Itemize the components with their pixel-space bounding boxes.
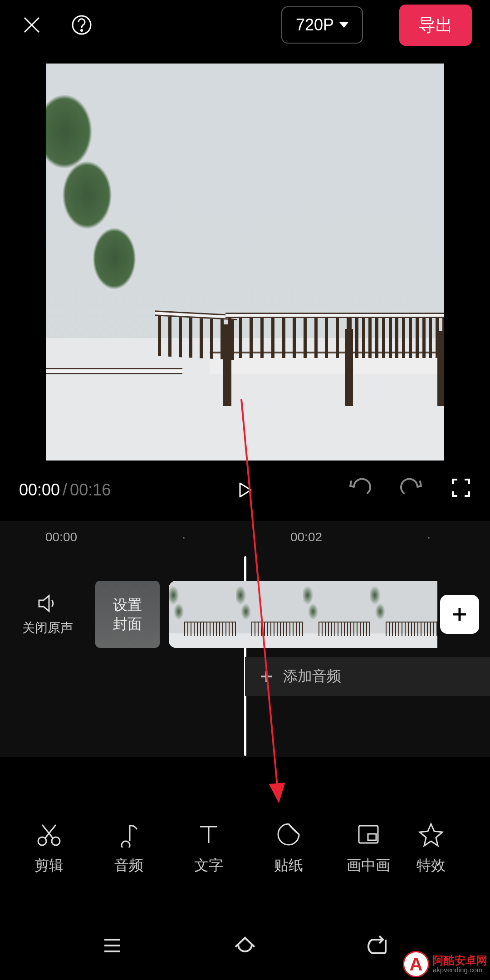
timeline[interactable]: 00:00 · 00:02 · 关闭原声 设置封面 添加音频: [0, 521, 490, 757]
tool-sticker[interactable]: 贴纸: [249, 808, 328, 889]
music-note-icon: [116, 821, 142, 848]
tool-pip[interactable]: 画中画: [328, 808, 408, 889]
mute-original-button[interactable]: 关闭原声: [0, 592, 95, 637]
help-button[interactable]: [68, 11, 95, 39]
tool-bar: 剪辑 音频 文字 贴纸 画中画 特效: [0, 808, 490, 889]
close-button[interactable]: [18, 11, 45, 39]
resolution-label: 720P: [296, 15, 334, 34]
set-cover-button[interactable]: 设置封面: [95, 581, 160, 648]
resolution-dropdown[interactable]: 720P: [281, 6, 363, 44]
timeline-ruler: 00:00 · 00:02 ·: [0, 521, 490, 552]
picture-in-picture-icon: [355, 821, 382, 848]
chevron-down-icon: [339, 22, 348, 28]
play-button[interactable]: [235, 480, 255, 500]
plus-icon: [451, 605, 469, 623]
scissors-icon: [36, 821, 62, 848]
total-time: 00:16: [70, 480, 111, 500]
undo-button[interactable]: [348, 478, 372, 502]
nav-back-button[interactable]: [365, 932, 391, 960]
time-separator: /: [63, 480, 67, 500]
current-time: 00:00: [19, 480, 60, 500]
sticker-icon: [275, 821, 302, 848]
redo-button[interactable]: [399, 478, 424, 502]
svg-rect-5: [368, 834, 376, 840]
speaker-icon: [36, 592, 59, 615]
tool-effects[interactable]: 特效: [408, 808, 454, 889]
svg-point-1: [81, 30, 83, 31]
text-icon: [196, 821, 222, 848]
tool-text[interactable]: 文字: [169, 808, 249, 889]
video-preview[interactable]: [46, 64, 444, 461]
nav-recent-button[interactable]: [99, 932, 125, 960]
nav-home-button[interactable]: [232, 932, 258, 960]
watermark: A 阿酷安卓网 akpvending.com: [403, 951, 487, 977]
add-clip-button[interactable]: [440, 595, 479, 634]
tool-cut[interactable]: 剪辑: [9, 808, 89, 889]
tool-audio[interactable]: 音频: [89, 808, 169, 889]
star-icon: [418, 821, 444, 848]
export-button[interactable]: 导出: [399, 5, 472, 46]
fullscreen-button[interactable]: [451, 478, 471, 502]
add-audio-button[interactable]: 添加音频: [245, 657, 490, 696]
